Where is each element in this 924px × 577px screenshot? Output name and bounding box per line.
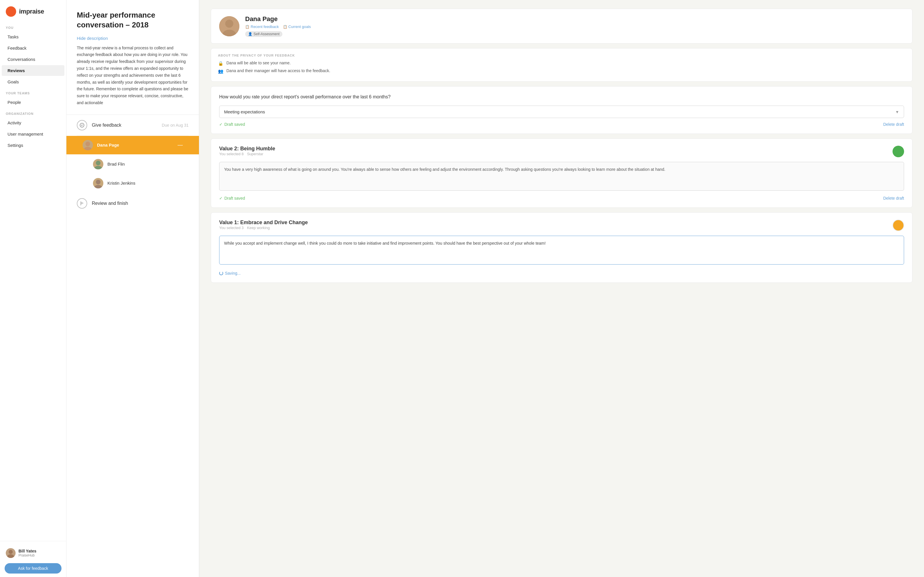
section-you: YOU [0,22,66,31]
overall-question-text: How would you rate your direct report's … [219,93,904,100]
person-header-name: Dana Page [245,15,311,23]
section-your-teams: YOUR TEAMS [0,87,66,97]
performance-dropdown[interactable]: Meeting expectations ▼ [219,106,904,118]
sidebar-item-reviews[interactable]: Reviews [2,65,65,76]
give-feedback-icon [77,120,87,131]
value2-sub: You selected 8 Superstar [219,152,275,156]
active-dash: — [178,142,183,148]
left-panel: Mid-year performance conversation – 2018… [66,0,199,577]
sidebar-item-tasks[interactable]: Tasks [2,31,65,42]
overall-question-card: How would you rate your direct report's … [211,86,913,134]
value2-title: Value 2: Being Humble [219,146,275,152]
value1-saving-row: Saving... [219,271,904,276]
svg-point-0 [9,550,13,554]
dana-avatar-small [82,140,93,150]
person-name-brad: Brad Flin [107,161,125,166]
kristin-avatar-small [93,178,103,189]
svg-point-8 [94,166,102,169]
privacy-label: ABOUT THE PRIVACY OF YOUR FEEDBACK [218,54,905,57]
value2-textarea[interactable]: You have a very high awareness of what i… [219,162,904,191]
person-name-dana: Dana Page [97,142,119,147]
value2-header: Value 2: Being Humble You selected 8 Sup… [219,146,904,161]
person-item-kristin[interactable]: Kristin Jenkins [77,174,189,192]
person-header-card: Dana Page 📋 Recent feedback 📋 Current go… [211,9,913,44]
conversation-title: Mid-year performance conversation – 2018 [77,10,189,30]
value2-delete-draft[interactable]: Delete draft [883,196,904,200]
sidebar-item-people[interactable]: People [2,97,65,108]
value1-title: Value 1: Embrace and Drive Change [219,219,308,226]
people-icon: 👥 [218,69,223,74]
svg-point-10 [94,185,102,189]
person-icon: 👤 [248,32,252,36]
sidebar-item-user-management[interactable]: User management [2,129,65,139]
saving-spinner [219,271,223,275]
current-goals-link[interactable]: 📋 Current goals [283,24,311,29]
svg-point-5 [86,142,90,146]
user-avatar [6,548,16,558]
value2-draft-saved: ✓ Draft saved [219,196,245,200]
check-icon: ✓ [219,122,223,127]
svg-point-9 [96,180,100,184]
sidebar-item-goals[interactable]: Goals [2,76,65,87]
sidebar: impraise YOU Tasks Feedback Conversation… [0,0,66,577]
value2-badge [893,146,904,157]
overall-draft-row: ✓ Draft saved Delete draft [219,122,904,127]
logo: impraise [0,0,66,22]
user-name: Bill Yates [18,549,36,553]
privacy-item-2: 👥 Dana and their manager will have acces… [218,68,905,74]
logo-icon [6,6,16,17]
review-finish-label: Review and finish [92,201,128,206]
give-feedback-due: Due on Aug 31 [162,123,189,127]
value1-header: Value 1: Embrace and Drive Change You se… [219,219,904,235]
overall-delete-draft[interactable]: Delete draft [883,122,904,127]
external-link-icon-1: 📋 [245,25,249,29]
lock-icon: 🔒 [218,61,223,66]
value1-sub: You selected 3 Keep working [219,226,308,230]
person-item-dana[interactable]: Dana Page — [66,136,199,154]
main-content: Mid-year performance conversation – 2018… [66,0,924,577]
give-feedback-step: Give feedback Due on Aug 31 [77,115,189,136]
right-panel: Dana Page 📋 Recent feedback 📋 Current go… [199,0,924,577]
sidebar-item-settings[interactable]: Settings [2,140,65,151]
value1-textarea[interactable]: While you accept and implement change we… [219,236,904,264]
ask-feedback-button[interactable]: Ask for feedback [5,563,61,574]
person-header-info: Dana Page 📋 Recent feedback 📋 Current go… [245,15,311,37]
privacy-item-1: 🔒 Dana will be able to see your name. [218,61,905,66]
svg-rect-4 [81,126,82,126]
value1-card: Value 1: Embrace and Drive Change You se… [211,212,913,283]
recent-feedback-link[interactable]: 📋 Recent feedback [245,24,279,29]
hide-description-link[interactable]: Hide description [77,36,189,41]
sidebar-item-feedback[interactable]: Feedback [2,43,65,53]
value2-card: Value 2: Being Humble You selected 8 Sup… [211,139,913,208]
section-organization: ORGANIZATION [0,108,66,117]
dana-avatar-large [219,16,239,36]
person-header-links: 📋 Recent feedback 📋 Current goals [245,24,311,29]
sidebar-item-conversations[interactable]: Conversations [2,54,65,64]
external-link-icon-2: 📋 [283,25,287,29]
svg-point-6 [84,147,92,150]
person-item-brad[interactable]: Brad Flin [77,155,189,173]
svg-marker-12 [81,201,84,205]
person-name-kristin: Kristin Jenkins [107,181,136,185]
value1-badge [893,219,904,231]
brad-avatar-small [93,159,103,169]
svg-rect-11 [80,201,81,205]
svg-point-14 [225,19,233,28]
chevron-down-icon: ▼ [895,110,899,114]
svg-rect-3 [81,125,83,125]
overall-draft-saved: ✓ Draft saved [219,122,245,127]
self-assessment-badge: 👤 Self-Assessment [245,31,283,37]
review-finish-step: Review and finish [77,193,189,214]
saving-label: Saving... [225,271,241,276]
user-info: Bill Yates PraiseHub [5,546,61,560]
sidebar-item-activity[interactable]: Activity [2,118,65,128]
svg-point-1 [7,554,14,558]
check-icon-2: ✓ [219,196,223,200]
finish-icon [77,198,87,209]
privacy-card: ABOUT THE PRIVACY OF YOUR FEEDBACK 🔒 Dan… [211,48,913,82]
user-org: PraiseHub [18,553,36,558]
description-text: The mid-year review is a formal process … [77,45,189,106]
value2-draft-row: ✓ Draft saved Delete draft [219,196,904,200]
sidebar-bottom: Bill Yates PraiseHub Ask for feedback [0,541,66,577]
logo-text: impraise [19,8,44,15]
